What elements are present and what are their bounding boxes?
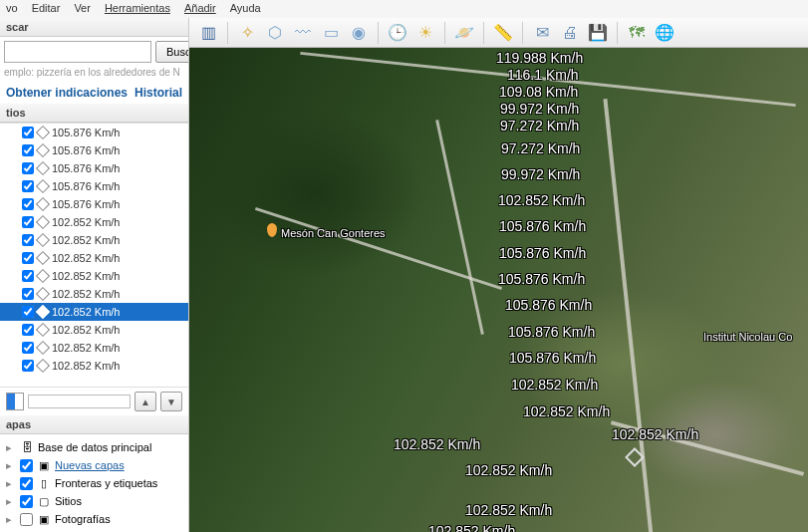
places-panel-header: tios — [0, 104, 188, 123]
add-path-icon[interactable]: 〰 — [290, 21, 316, 45]
place-item[interactable]: 102.852 Km/h — [0, 285, 188, 303]
search-panel-header: scar — [0, 18, 188, 37]
expand-icon[interactable]: ▸ — [6, 459, 16, 472]
layer-item[interactable]: ▸▢Sitios — [2, 492, 186, 510]
opacity-icon[interactable] — [6, 393, 24, 410]
place-label: 105.876 Km/h — [52, 198, 121, 210]
place-checkbox[interactable] — [22, 198, 34, 210]
place-item[interactable]: 102.852 Km/h — [0, 267, 188, 285]
database-icon: 🗄 — [20, 440, 34, 454]
poi-institut[interactable]: Institut Nicolau Co — [703, 330, 792, 344]
record-tour-icon[interactable]: ◉ — [346, 21, 372, 45]
layer-label: Fronteras y etiquetas — [55, 477, 157, 489]
place-checkbox[interactable] — [22, 270, 34, 282]
place-checkbox[interactable] — [22, 127, 34, 138]
search-hint: emplo: pizzería en los alrededores de N — [4, 67, 184, 78]
place-item[interactable]: 102.852 Km/h — [0, 249, 188, 267]
placemark-icon — [36, 197, 50, 211]
expand-icon[interactable]: ▸ — [6, 477, 16, 490]
directions-link[interactable]: Obtener indicaciones — [6, 86, 128, 100]
place-item[interactable]: 102.852 Km/h — [0, 357, 188, 375]
menu-item[interactable]: Añadir — [184, 2, 216, 16]
place-checkbox[interactable] — [22, 252, 34, 264]
places-list[interactable]: 105.876 Km/h105.876 Km/h105.876 Km/h105.… — [0, 123, 188, 387]
layer-checkbox[interactable] — [20, 477, 33, 490]
panel-toggle-icon[interactable]: ▥ — [195, 21, 221, 45]
place-checkbox[interactable] — [22, 288, 34, 300]
photos-icon: ▣ — [37, 512, 51, 526]
place-label: 105.876 Km/h — [52, 144, 121, 156]
menu-item[interactable]: Herramientas — [105, 2, 170, 16]
place-label: 102.852 Km/h — [52, 288, 121, 300]
expand-icon[interactable]: ▸ — [6, 441, 16, 454]
place-label: 102.852 Km/h — [52, 324, 121, 336]
expand-icon[interactable]: ▸ — [6, 495, 16, 508]
poi-meson[interactable]: Mesón Can Gonteres — [267, 223, 386, 240]
place-item[interactable]: 105.876 Km/h — [0, 177, 188, 195]
menu-item[interactable]: vo — [6, 2, 18, 16]
menu-bar[interactable]: voEditarVerHerramientasAñadirAyuda — [0, 0, 808, 18]
place-checkbox[interactable] — [22, 144, 34, 156]
history-link[interactable]: Historial — [135, 86, 182, 100]
place-item[interactable]: 102.852 Km/h — [0, 339, 188, 357]
placemark-icon — [36, 323, 50, 337]
search-panel: Buscar emplo: pizzería en los alrededore… — [0, 37, 188, 82]
layer-item[interactable]: ▸▣Fotografías — [2, 510, 186, 528]
add-placemark-icon[interactable]: ✧ — [234, 21, 260, 45]
search-button[interactable]: Buscar — [155, 41, 189, 63]
opacity-slider[interactable] — [28, 395, 131, 408]
map-view[interactable]: Mesón Can Gonteres Institut Nicolau Co 1… — [189, 48, 808, 532]
add-polygon-icon[interactable]: ⬡ — [262, 21, 288, 45]
menu-item[interactable]: Editar — [32, 2, 61, 16]
place-checkbox[interactable] — [22, 306, 34, 318]
move-down-button[interactable]: ▼ — [160, 392, 182, 411]
add-image-icon[interactable]: ▭ — [318, 21, 344, 45]
pin-icon — [267, 223, 277, 237]
layers-list: ▸🗄Base de datos principal▸▣Nuevas capas▸… — [0, 434, 188, 532]
placemark-icon — [36, 179, 50, 193]
menu-item[interactable]: Ayuda — [230, 2, 261, 16]
menu-item[interactable]: Ver — [74, 2, 91, 16]
place-item[interactable]: 102.852 Km/h — [0, 213, 188, 231]
expand-icon[interactable]: ▸ — [6, 513, 16, 526]
place-checkbox[interactable] — [22, 234, 34, 246]
move-up-button[interactable]: ▲ — [135, 392, 156, 411]
layer-label: Nuevas capas — [55, 459, 125, 471]
place-item[interactable]: 105.876 Km/h — [0, 124, 188, 141]
place-item[interactable]: 105.876 Km/h — [0, 141, 188, 159]
place-label: 102.852 Km/h — [52, 234, 121, 246]
sunlight-icon[interactable]: ☀ — [412, 21, 438, 45]
globe-icon[interactable]: 🌐 — [652, 21, 677, 45]
ruler-icon[interactable]: 📏 — [490, 21, 516, 45]
borders-icon: ▯ — [37, 476, 51, 490]
email-icon[interactable]: ✉ — [529, 21, 555, 45]
layer-checkbox[interactable] — [20, 459, 33, 472]
place-checkbox[interactable] — [22, 180, 34, 192]
place-item[interactable]: 102.852 Km/h — [0, 321, 188, 339]
place-checkbox[interactable] — [22, 342, 34, 354]
search-input[interactable] — [4, 41, 151, 63]
layer-checkbox[interactable] — [20, 495, 33, 508]
layer-label: Base de datos principal — [38, 441, 151, 453]
place-checkbox[interactable] — [22, 216, 34, 228]
place-checkbox[interactable] — [22, 162, 34, 174]
place-checkbox[interactable] — [22, 360, 34, 372]
planet-icon[interactable]: 🪐 — [451, 21, 477, 45]
layer-item[interactable]: ▸▯Fronteras y etiquetas — [2, 474, 186, 492]
layer-label: Fotografías — [55, 513, 111, 525]
place-item[interactable]: 105.876 Km/h — [0, 195, 188, 213]
layers-panel-header: apas — [0, 415, 188, 434]
print-icon[interactable]: 🖨 — [557, 21, 583, 45]
layer-item[interactable]: ▸▣Nuevas capas — [2, 456, 186, 474]
save-image-icon[interactable]: 💾 — [585, 21, 611, 45]
time-slider-icon[interactable]: 🕒 — [385, 21, 410, 45]
layer-checkbox[interactable] — [20, 513, 33, 526]
place-item[interactable]: 102.852 Km/h — [0, 231, 188, 249]
layer-item[interactable]: ▸🗄Base de datos principal — [2, 438, 186, 456]
place-item[interactable]: 102.852 Km/h — [0, 303, 188, 321]
placemark-icon — [36, 251, 50, 265]
place-item[interactable]: 105.876 Km/h — [0, 159, 188, 177]
place-checkbox[interactable] — [22, 324, 34, 336]
place-label: 102.852 Km/h — [52, 360, 121, 372]
view-maps-icon[interactable]: 🗺 — [624, 21, 650, 45]
